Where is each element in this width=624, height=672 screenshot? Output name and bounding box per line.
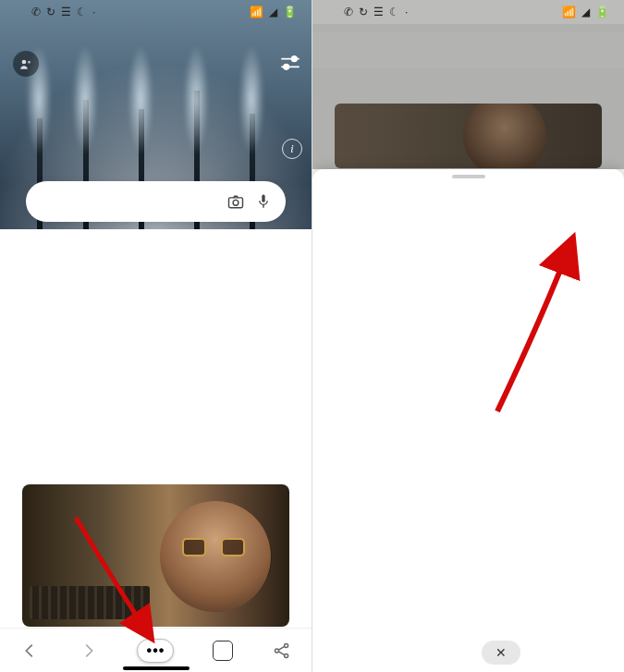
battery-icon: 🔋 — [283, 6, 297, 18]
svg-point-11 — [285, 643, 288, 647]
dot-icon: · — [92, 6, 95, 18]
history-icon: ↻ — [46, 6, 55, 18]
more-icon: ••• — [147, 642, 165, 659]
mic-icon[interactable] — [254, 192, 273, 211]
menu-sheet: ✕ — [312, 169, 624, 672]
svg-rect-8 — [262, 195, 264, 202]
svg-point-5 — [284, 65, 288, 69]
wifi-icon: 📶 — [250, 6, 263, 18]
share-button[interactable] — [272, 641, 292, 661]
wifi-icon: 📶 — [562, 6, 576, 18]
whatsapp-icon: ✆ — [344, 6, 353, 18]
screenshot-left-home: ✆ ↻ ☰ ☾ · 📶 ◢ 🔋 i — [0, 0, 312, 672]
tune-button[interactable] — [278, 51, 302, 75]
signal-icon: ◢ — [581, 6, 590, 18]
sliders-icon — [278, 51, 302, 75]
signal-icon: ◢ — [269, 6, 277, 18]
battery-icon: 🔋 — [595, 6, 609, 18]
menu-button[interactable]: ••• — [137, 639, 174, 663]
menu-top-row — [312, 180, 624, 191]
svg-line-13 — [278, 646, 284, 650]
moon-icon: ☾ — [389, 6, 399, 18]
dot-icon: · — [405, 6, 408, 18]
history-icon: ↻ — [359, 6, 368, 18]
whatsapp-icon: ✆ — [31, 6, 41, 18]
search-bar[interactable] — [26, 181, 286, 222]
feed-tabs — [0, 458, 312, 464]
stack-icon: ☰ — [373, 6, 384, 18]
close-icon: ✕ — [496, 645, 507, 660]
bottom-nav: ••• — [0, 628, 312, 672]
svg-line-14 — [278, 651, 284, 654]
svg-point-12 — [285, 654, 288, 657]
svg-point-10 — [275, 648, 279, 652]
svg-point-1 — [28, 61, 31, 64]
status-bar: ✆ ↻ ☰ ☾ · 📶 ◢ 🔋 — [0, 0, 312, 24]
svg-rect-6 — [229, 198, 243, 208]
feed-card[interactable] — [22, 484, 289, 627]
screenshot-right-menu: ✆ ↻ ☰ ☾ · 📶 ◢ 🔋 — [312, 0, 624, 672]
svg-point-7 — [233, 200, 239, 205]
status-bar: ✆ ↻ ☰ ☾ · 📶 ◢ 🔋 — [312, 0, 624, 24]
back-button[interactable] — [19, 641, 40, 661]
gesture-handle — [123, 666, 190, 670]
account-icon — [19, 57, 32, 70]
moon-icon: ☾ — [77, 6, 87, 18]
info-button[interactable]: i — [282, 139, 302, 159]
tabs-button[interactable] — [213, 641, 233, 661]
sheet-footer: ✕ — [312, 633, 624, 672]
menu-grid — [312, 191, 624, 197]
svg-point-3 — [292, 56, 297, 61]
close-sheet-button[interactable]: ✕ — [482, 641, 520, 665]
svg-point-0 — [22, 60, 27, 65]
sheet-grabber[interactable] — [452, 175, 485, 178]
camera-icon[interactable] — [226, 192, 245, 211]
stack-icon: ☰ — [61, 6, 71, 18]
search-input[interactable] — [39, 194, 217, 209]
forward-button[interactable] — [79, 641, 99, 661]
account-button[interactable] — [13, 51, 39, 77]
